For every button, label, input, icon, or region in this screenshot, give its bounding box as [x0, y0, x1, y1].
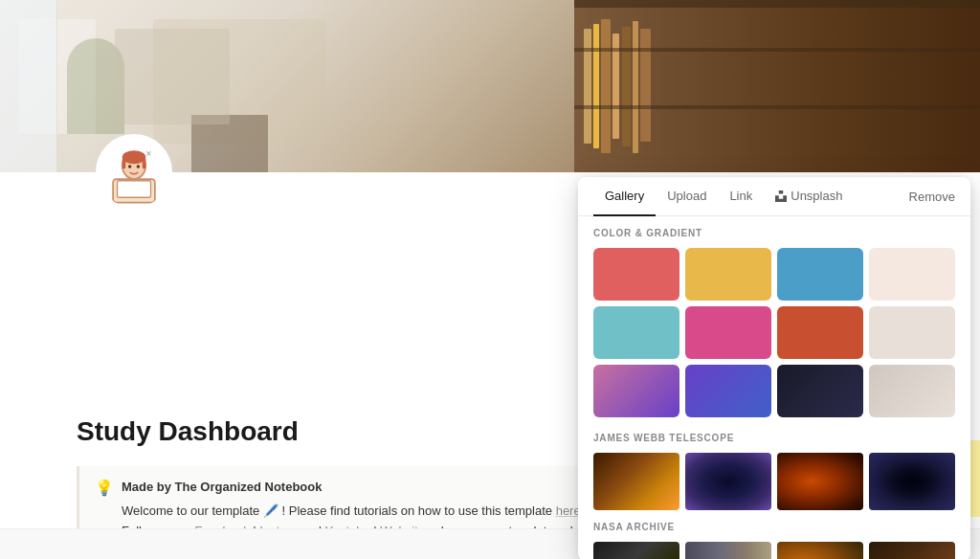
- jwst-image-grid: [593, 453, 955, 510]
- color-swatch-orange-red[interactable]: [777, 306, 863, 359]
- nasa-image-4[interactable]: [869, 542, 955, 559]
- jwst-image-3[interactable]: [777, 453, 863, 510]
- panel-body: COLOR & GRADIENT JAMES WEBB TELESCOPE: [578, 216, 970, 559]
- color-gradient-label: COLOR & GRADIENT: [593, 228, 955, 238]
- jwst-label: JAMES WEBB TELESCOPE: [593, 433, 955, 443]
- tab-upload[interactable]: Upload: [656, 177, 718, 216]
- svg-point-6: [128, 165, 132, 168]
- panel-tabs: Gallery Upload Link Unsplash Remove: [578, 177, 970, 216]
- hero-left-image: [0, 0, 574, 172]
- nasa-image-grid: BERLINWEATHER: [593, 542, 955, 559]
- color-swatch-teal[interactable]: [593, 306, 679, 359]
- tab-unsplash[interactable]: Unsplash: [764, 177, 854, 216]
- svg-rect-4: [122, 157, 126, 168]
- nasa-image-2[interactable]: BERLINWEATHER: [685, 542, 771, 559]
- color-swatch-blue[interactable]: [777, 248, 863, 301]
- jwst-image-1[interactable]: [593, 453, 679, 510]
- notice-body: Welcome to our template 🖊️ ! Please find…: [122, 503, 556, 518]
- tab-link[interactable]: Link: [718, 177, 764, 216]
- color-swatch-light-gray[interactable]: [869, 306, 955, 359]
- color-swatch-pink[interactable]: [685, 306, 771, 359]
- svg-text:×: ×: [145, 147, 151, 159]
- color-swatch-gradient-blue-purple[interactable]: [685, 365, 771, 417]
- svg-point-3: [122, 150, 146, 164]
- svg-point-7: [137, 165, 141, 168]
- jwst-image-2[interactable]: [685, 453, 771, 510]
- color-swatch-gradient-dark[interactable]: [777, 365, 863, 417]
- nasa-image-1[interactable]: [593, 542, 679, 559]
- color-swatch-red[interactable]: [593, 248, 679, 301]
- notice-icon: 💡: [95, 479, 114, 497]
- color-swatch-gradient-purple-pink[interactable]: [593, 365, 679, 417]
- nasa-image-3[interactable]: [777, 542, 863, 559]
- remove-button[interactable]: Remove: [909, 190, 955, 204]
- jwst-image-4[interactable]: [869, 453, 955, 510]
- tab-gallery[interactable]: Gallery: [593, 177, 656, 216]
- avatar: ×: [96, 134, 172, 211]
- notice-link-here[interactable]: here: [556, 503, 581, 518]
- color-swatch-gradient-light[interactable]: [869, 365, 955, 417]
- unsplash-icon: [775, 190, 787, 202]
- color-swatch-peach[interactable]: [869, 248, 955, 301]
- color-swatch-yellow[interactable]: [685, 248, 771, 301]
- svg-rect-1: [118, 181, 151, 198]
- image-picker-panel: Gallery Upload Link Unsplash Remove COLO…: [578, 177, 970, 559]
- nasa-label: NASA ARCHIVE: [593, 522, 955, 532]
- color-grid: [593, 248, 955, 417]
- hero-right-image: [574, 0, 980, 172]
